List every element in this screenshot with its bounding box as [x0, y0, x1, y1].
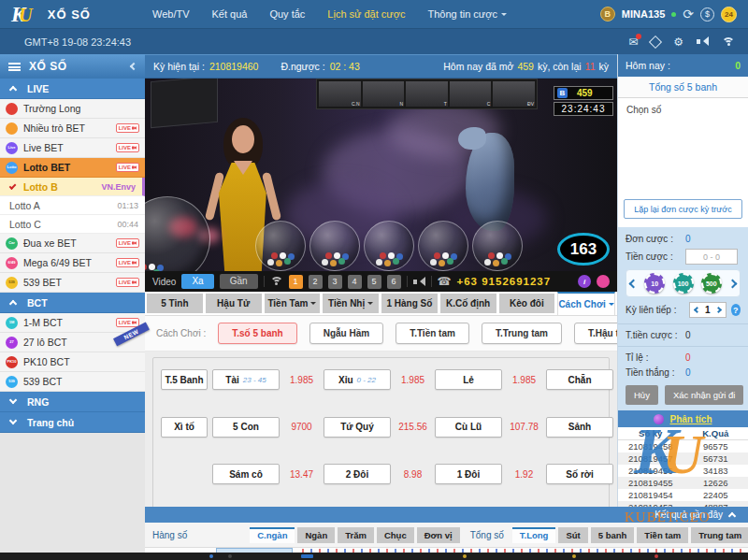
hamburger-icon[interactable]: [8, 63, 21, 71]
tab-chuc[interactable]: Chục: [377, 527, 414, 543]
mode-trung-tam-button[interactable]: T.Trung tam: [482, 323, 562, 344]
username[interactable]: MINA135: [622, 8, 665, 20]
gear-icon[interactable]: ⚙: [673, 36, 683, 49]
mode-ngau-ham-button[interactable]: Ngẫu Hầm: [309, 323, 383, 344]
bet-button-sam-co[interactable]: Sám cô: [212, 464, 280, 484]
section-live[interactable]: LIVE: [0, 79, 145, 99]
menu-thong-tin-cuoc[interactable]: Thông tin cược: [427, 8, 507, 20]
camera-near-button[interactable]: Gần: [220, 274, 258, 289]
promo-icon[interactable]: [649, 35, 662, 48]
bet-button-sanh[interactable]: Sảnh: [546, 417, 613, 438]
repeat-last-bet-button[interactable]: Lặp lại đơn cược kỳ trước: [624, 199, 742, 219]
chevron-right-icon[interactable]: [728, 279, 738, 288]
bet-amount-input[interactable]: [685, 249, 738, 265]
sidebar-item-nhieu-tro-bet[interactable]: Nhiều trò BETLIVE: [0, 119, 145, 138]
camera-3-button[interactable]: 3: [328, 275, 342, 289]
camera-6-button[interactable]: 6: [387, 275, 401, 289]
collapse-sidebar-icon[interactable]: [130, 63, 137, 70]
chevron-right-icon[interactable]: [715, 307, 722, 313]
tab-ngan[interactable]: Ngàn: [297, 527, 335, 543]
tab-keo-doi[interactable]: Kèo đôi: [499, 294, 555, 313]
tab-tien-nhi[interactable]: Tiền Nhị: [323, 294, 379, 313]
sidebar-item-pk10-bct[interactable]: PK10PK10 BCT: [0, 352, 145, 372]
bet-button-5-con[interactable]: 5 Con: [212, 417, 280, 438]
tab-t-long[interactable]: T.Long: [512, 527, 556, 543]
bet-button-chan[interactable]: Chẵn: [546, 369, 613, 390]
speaker-icon[interactable]: [697, 36, 709, 47]
bet-button-tu-quy[interactable]: Tứ Quý: [324, 417, 391, 438]
help-icon[interactable]: ?: [731, 304, 741, 316]
cancel-button[interactable]: Hủy: [626, 385, 658, 405]
tab-5-tinh[interactable]: 5 Tinh: [147, 294, 203, 313]
sidebar-item-27-lo-bct[interactable]: 2727 lô BCTNEW: [0, 333, 145, 352]
camera-4-button[interactable]: 4: [348, 275, 362, 289]
brand-logo[interactable]: K U: [11, 4, 33, 25]
tab-1-hang-so[interactable]: 1 Hàng Số: [381, 294, 438, 313]
section-trang-chu[interactable]: Trang chủ: [0, 412, 145, 433]
sidebar-subitem-lotto-b[interactable]: Lotto BVN.Envy: [0, 178, 145, 196]
table-row[interactable]: 21081945756731: [618, 452, 748, 465]
consecutive-rounds-stepper[interactable]: 1: [689, 302, 726, 318]
sidebar-item-truong-long[interactable]: Trường Long: [0, 99, 145, 119]
sidebar-item-539-bct[interactable]: 539539 BCT: [0, 372, 145, 392]
bet-button-2-doi[interactable]: 2 Đôi: [324, 464, 391, 484]
sidebar-item-mega-649-bet[interactable]: 6/49Mega 6/49 BETLIVE: [0, 253, 145, 273]
tab-hau-tu[interactable]: Hậu Tử: [206, 294, 262, 313]
sidebar-item-lotto-bet[interactable]: LottoLotto BETLIVE: [0, 158, 145, 178]
wifi-icon[interactable]: [722, 37, 735, 47]
chip-100[interactable]: 100: [673, 273, 694, 294]
info-icon[interactable]: i: [578, 275, 591, 288]
sidebar-subitem-lotto-a[interactable]: Lotto A01:13: [0, 196, 145, 215]
mail-icon[interactable]: ✉: [628, 36, 638, 49]
refresh-icon[interactable]: ⟳: [683, 7, 694, 21]
camera-5-button[interactable]: 5: [367, 275, 381, 289]
camera-1-button[interactable]: 1: [289, 275, 303, 289]
chip-10[interactable]: 10: [644, 273, 665, 294]
menu-webtv[interactable]: Web/TV: [152, 8, 190, 20]
confirm-submit-button[interactable]: Xác nhận gửi đi: [665, 385, 744, 405]
sidebar-item-dua-xe-bet[interactable]: CarĐua xe BETLIVE: [0, 234, 145, 253]
mode-tien-tam-button[interactable]: T.Tiền tam: [396, 323, 469, 344]
tab-tien-tam[interactable]: Tiền tam: [637, 527, 688, 543]
tab-trung-tam[interactable]: Trung tam: [691, 527, 748, 543]
recent-results-bar[interactable]: Kết quả gần đây: [145, 507, 748, 523]
table-row[interactable]: 21081945512626: [618, 477, 748, 489]
menu-ket-qua[interactable]: Kết quả: [212, 8, 248, 20]
sidebar-item-1m-bct[interactable]: 1M1-M BCTLIVE: [0, 313, 145, 333]
bet-button-1-doi[interactable]: 1 Đôi: [435, 464, 502, 484]
pink-badge-icon[interactable]: [597, 275, 610, 288]
tab-sut[interactable]: Sút: [558, 527, 587, 543]
chevron-left-icon[interactable]: [694, 307, 700, 313]
chevron-left-icon[interactable]: [629, 279, 639, 288]
tab-don-vi[interactable]: Đơn vị: [417, 527, 460, 543]
mute-icon[interactable]: [413, 277, 425, 287]
live-video-feed[interactable]: C.N N T C ĐV: [145, 79, 617, 271]
tab-tram[interactable]: Trăm: [338, 527, 374, 543]
sidebar-item-539-bet[interactable]: 539539 BETLIVE: [0, 273, 145, 293]
bet-button-tai[interactable]: Tài23 - 45: [212, 369, 280, 390]
table-row[interactable]: 21081945422405: [618, 489, 748, 501]
sidebar-item-live-bet[interactable]: LiveLive BETLIVE: [0, 138, 145, 158]
bet-button-so-roi[interactable]: Số rời: [546, 464, 613, 484]
menu-quy-tac[interactable]: Quy tắc: [269, 8, 305, 20]
tab-c-ngan[interactable]: C.ngàn: [250, 527, 295, 543]
tab-cach-choi[interactable]: Cách Chơi: [557, 292, 615, 315]
analysis-link[interactable]: Phân tích: [669, 414, 712, 424]
menu-lich-su-dat-cuoc[interactable]: Lịch sử đặt cược: [327, 8, 405, 20]
tab-5-banh[interactable]: 5 banh: [591, 527, 635, 543]
tab-tien-tam[interactable]: Tiền Tam: [265, 294, 321, 313]
mode-tso-5-banh-button[interactable]: T.số 5 banh: [218, 323, 296, 344]
camera-2-button[interactable]: 2: [309, 275, 323, 289]
service-24h-icon[interactable]: 24: [721, 7, 737, 22]
section-bct[interactable]: BCT: [0, 293, 145, 313]
sidebar-subitem-lotto-c[interactable]: Lotto C00:44: [0, 215, 145, 234]
camera-far-button[interactable]: Xa: [181, 274, 213, 289]
section-rng[interactable]: RNG: [0, 392, 145, 412]
chip-500[interactable]: 500: [701, 273, 722, 294]
panel-tab-tong-so-5-banh[interactable]: Tổng số 5 banh: [618, 77, 748, 98]
tab-k-co-dinh[interactable]: K.Cố định: [440, 294, 496, 313]
bet-button-xiu[interactable]: Xỉu0 - 22: [324, 369, 391, 390]
table-row[interactable]: 21081945634183: [618, 465, 748, 477]
table-row[interactable]: 21081945896575: [618, 440, 748, 452]
bet-button-le[interactable]: Lẻ: [435, 369, 502, 390]
